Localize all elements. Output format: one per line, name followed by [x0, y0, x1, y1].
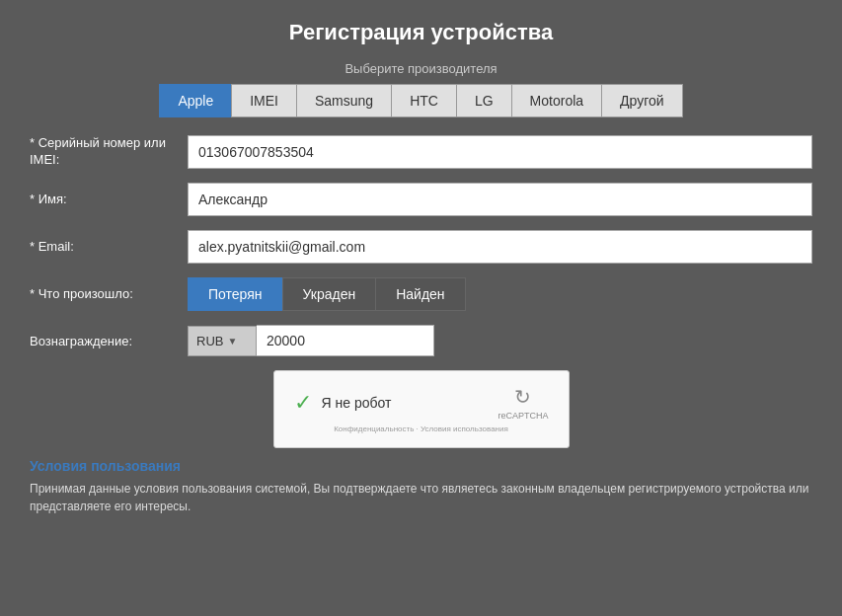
- currency-select[interactable]: RUB ▼: [188, 326, 257, 356]
- captcha-box[interactable]: ✓ Я не робот ↻ reCAPTCHA Конфиденциально…: [273, 370, 570, 448]
- captcha-logo-icon: ↻: [514, 385, 531, 409]
- reward-input[interactable]: [257, 325, 434, 356]
- tab-samsung[interactable]: Samsung: [296, 84, 391, 117]
- captcha-checkmark-icon: ✓: [294, 390, 312, 416]
- currency-arrow-icon: ▼: [227, 336, 237, 346]
- terms-section: Условия пользования Принимая данные усло…: [30, 458, 812, 515]
- tab-other[interactable]: Другой: [601, 84, 683, 117]
- reward-inputs: RUB ▼: [188, 325, 434, 356]
- event-label: * Что произошло:: [30, 286, 188, 303]
- reward-label: Вознаграждение:: [30, 334, 188, 348]
- registration-form: * Серийный номер или IMEI: * Имя: * Emai…: [30, 135, 812, 448]
- tab-lg[interactable]: LG: [456, 84, 511, 117]
- email-label: * Email:: [30, 239, 188, 256]
- manufacturer-label: Выберите производителя: [30, 61, 812, 76]
- captcha-label: Я не робот: [322, 395, 392, 411]
- terms-title: Условия пользования: [30, 458, 812, 474]
- captcha-inner: ✓ Я не робот ↻ reCAPTCHA: [294, 385, 549, 421]
- terms-text: Принимая данные условия пользования сист…: [30, 480, 812, 515]
- name-label: * Имя:: [30, 192, 188, 208]
- tab-imei[interactable]: IMEI: [231, 84, 296, 117]
- page-title: Регистрация устройства: [30, 20, 812, 45]
- email-row: * Email:: [30, 230, 812, 264]
- captcha-right: ↻ reCAPTCHA: [498, 385, 548, 421]
- serial-input[interactable]: [188, 135, 812, 169]
- event-stolen[interactable]: Украден: [282, 277, 376, 311]
- event-row: * Что произошло: Потерян Украден Найден: [30, 277, 812, 311]
- email-input[interactable]: [188, 230, 812, 264]
- tab-apple[interactable]: Apple: [159, 84, 231, 117]
- tab-motorola[interactable]: Motorola: [511, 84, 601, 117]
- tab-htc[interactable]: HTC: [391, 84, 456, 117]
- serial-label: * Серийный номер или IMEI:: [30, 135, 188, 169]
- event-buttons: Потерян Украден Найден: [188, 277, 466, 311]
- manufacturer-tabs: Apple IMEI Samsung HTC LG Motorola Друго…: [30, 84, 812, 117]
- captcha-links: Конфиденциальность · Условия использован…: [334, 424, 508, 433]
- name-input[interactable]: [188, 183, 812, 216]
- captcha-left: ✓ Я не робот: [294, 390, 392, 416]
- currency-value: RUB: [196, 334, 223, 348]
- event-lost[interactable]: Потерян: [188, 277, 282, 311]
- captcha-brand: reCAPTCHA: [498, 411, 548, 421]
- reward-row: Вознаграждение: RUB ▼: [30, 325, 812, 356]
- name-row: * Имя:: [30, 183, 812, 216]
- captcha-row: ✓ Я не робот ↻ reCAPTCHA Конфиденциально…: [30, 370, 812, 448]
- serial-row: * Серийный номер или IMEI:: [30, 135, 812, 169]
- captcha-wrapper: ✓ Я не робот ↻ reCAPTCHA Конфиденциально…: [294, 385, 549, 433]
- event-found[interactable]: Найден: [375, 277, 465, 311]
